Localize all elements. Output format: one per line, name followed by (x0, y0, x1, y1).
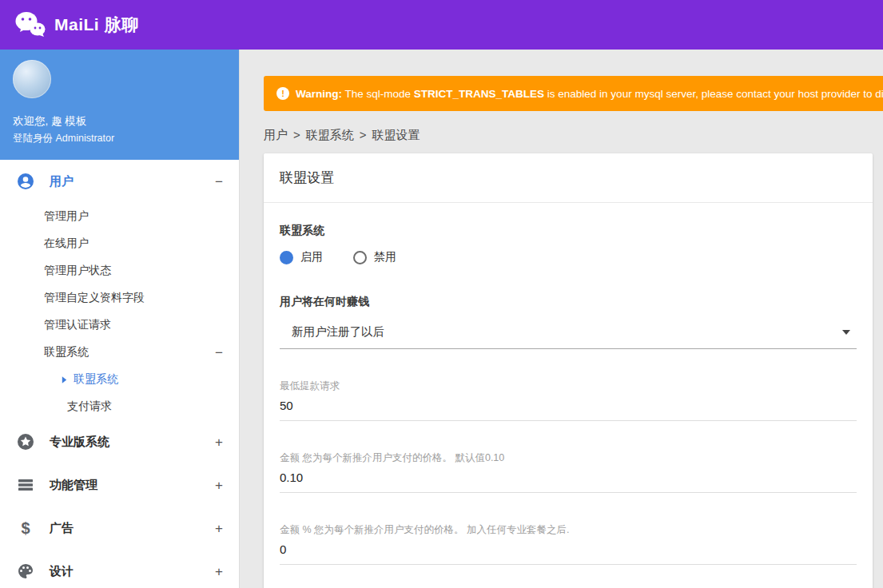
breadcrumb-separator: > (293, 128, 300, 141)
warning-label: Warning: (296, 88, 342, 100)
sidebar-item-design[interactable]: 设计 + (0, 550, 239, 588)
sidebar-item-users[interactable]: 用户 − (0, 160, 239, 203)
minus-icon[interactable]: − (215, 346, 223, 360)
warning-text: is enabled in your mysql server, please … (544, 88, 883, 100)
sidebar-item-label: 管理自定义资料字段 (44, 291, 145, 305)
sidebar-item-verification-requests[interactable]: 管理认证请求 (0, 312, 239, 339)
amount-fixed-input[interactable] (280, 465, 857, 493)
amount-fixed-label: 金额 您为每个新推介用户支付的价格。 默认值0.10 (280, 451, 857, 465)
warning-mode: STRICT_TRANS_TABLES (414, 88, 544, 100)
plus-icon[interactable]: + (215, 565, 223, 578)
amount-percent-input[interactable] (280, 537, 857, 565)
earn-when-label: 用户将在何时赚钱 (280, 295, 857, 309)
info-icon: ! (276, 87, 289, 100)
sidebar: 欢迎您, 趣 模板 登陆身份 Administrator 用户 − 管理用户 在… (0, 50, 240, 588)
plus-icon[interactable]: + (215, 435, 223, 449)
plus-icon[interactable]: + (215, 522, 223, 535)
affiliate-system-field: 联盟系统 启用 禁用 (280, 224, 857, 264)
dollar-icon: $ (16, 518, 35, 538)
breadcrumb-item-users[interactable]: 用户 (264, 128, 288, 141)
sidebar-item-pro-system[interactable]: 专业版系统 + (0, 420, 239, 463)
user-icon (16, 172, 35, 191)
welcome-text: 欢迎您, 趣 模板 (13, 114, 226, 129)
earn-when-field: 用户将在何时赚钱 新用户注册了以后 (280, 295, 857, 349)
sidebar-item-affiliate-system-group[interactable]: 联盟系统 − (0, 339, 239, 366)
breadcrumb-separator: > (360, 128, 367, 141)
sidebar-item-label: 广告 (50, 521, 74, 536)
sidebar-item-user-status[interactable]: 管理用户状态 (0, 257, 239, 284)
breadcrumb: 用户>联盟系统>联盟设置 (264, 128, 883, 143)
sidebar-item-label: 管理用户 (44, 209, 89, 224)
warning-banner: !Warning: The sql-mode STRICT_TRANS_TABL… (264, 76, 883, 111)
plus-icon[interactable]: + (215, 479, 223, 492)
sidebar-menu: 用户 − 管理用户 在线用户 管理用户状态 管理自定义资料字段 管理认证请求 联… (0, 160, 239, 588)
radio-disable-label: 禁用 (374, 250, 396, 264)
avatar[interactable] (13, 60, 51, 98)
topbar: MaiLi 脉聊 (0, 0, 883, 50)
amount-percent-label: 金额 % 您为每个新推介用户支付的价格。 加入任何专业套餐之后. (280, 523, 857, 537)
role-text: 登陆身份 Administrator (13, 132, 226, 145)
sidebar-item-label: 功能管理 (50, 478, 97, 493)
page-title: 联盟设置 (264, 153, 873, 203)
radio-enable-label: 启用 (300, 250, 323, 264)
sidebar-profile: 欢迎您, 趣 模板 登陆身份 Administrator (0, 50, 239, 160)
sidebar-item-label: 管理用户状态 (44, 264, 111, 278)
breadcrumb-item-affiliate-system[interactable]: 联盟系统 (306, 128, 354, 141)
sidebar-item-label: 联盟系统 (44, 345, 89, 360)
affiliate-system-label: 联盟系统 (280, 224, 857, 238)
sidebar-item-manage-users[interactable]: 管理用户 (0, 203, 239, 230)
star-icon (16, 432, 35, 451)
radio-disable[interactable]: 禁用 (353, 250, 396, 264)
wechat-icon (14, 10, 46, 39)
menu-icon (16, 475, 35, 495)
palette-icon (16, 562, 35, 581)
sidebar-item-custom-fields[interactable]: 管理自定义资料字段 (0, 284, 239, 312)
sidebar-item-label: 设计 (50, 564, 74, 579)
amount-percent-field: 金额 % 您为每个新推介用户支付的价格。 加入任何专业套餐之后. (280, 523, 857, 565)
minus-icon[interactable]: − (215, 175, 223, 189)
breadcrumb-item-affiliate-settings[interactable]: 联盟设置 (372, 128, 420, 141)
chevron-right-icon (59, 374, 70, 385)
earn-when-select[interactable]: 新用户注册了以后 (280, 320, 857, 349)
affiliate-system-radio-group: 启用 禁用 (280, 250, 857, 264)
sidebar-item-ads[interactable]: $ 广告 + (0, 507, 239, 550)
app-title: MaiLi 脉聊 (54, 14, 139, 36)
sidebar-item-payment-requests[interactable]: 支付请求 (0, 393, 239, 420)
radio-unselected-icon[interactable] (353, 251, 367, 264)
sidebar-item-affiliate-system[interactable]: 联盟系统 (0, 366, 239, 393)
sidebar-item-features[interactable]: 功能管理 + (0, 463, 239, 507)
sidebar-item-label: 在线用户 (44, 236, 89, 251)
sidebar-item-label: 专业版系统 (50, 435, 109, 450)
min-withdraw-input[interactable] (280, 393, 857, 421)
radio-enable[interactable]: 启用 (280, 250, 323, 264)
main-content: !Warning: The sql-mode STRICT_TRANS_TABL… (240, 50, 883, 588)
warning-text: The sql-mode (342, 88, 414, 100)
min-withdraw-field: 最低提款请求 (280, 379, 857, 421)
sidebar-item-online-users[interactable]: 在线用户 (0, 230, 239, 257)
sidebar-item-label: 联盟系统 (74, 372, 118, 387)
sidebar-item-label: 支付请求 (67, 399, 112, 414)
radio-selected-icon[interactable] (280, 251, 293, 264)
earn-when-value: 新用户注册了以后 (292, 324, 384, 340)
chevron-down-icon (842, 330, 850, 335)
sidebar-item-label: 用户 (50, 174, 74, 189)
min-withdraw-label: 最低提款请求 (280, 379, 857, 393)
amount-fixed-field: 金额 您为每个新推介用户支付的价格。 默认值0.10 (280, 451, 857, 493)
affiliate-settings-card: 联盟设置 联盟系统 启用 禁用 (264, 153, 873, 588)
sidebar-item-label: 管理认证请求 (44, 318, 111, 332)
